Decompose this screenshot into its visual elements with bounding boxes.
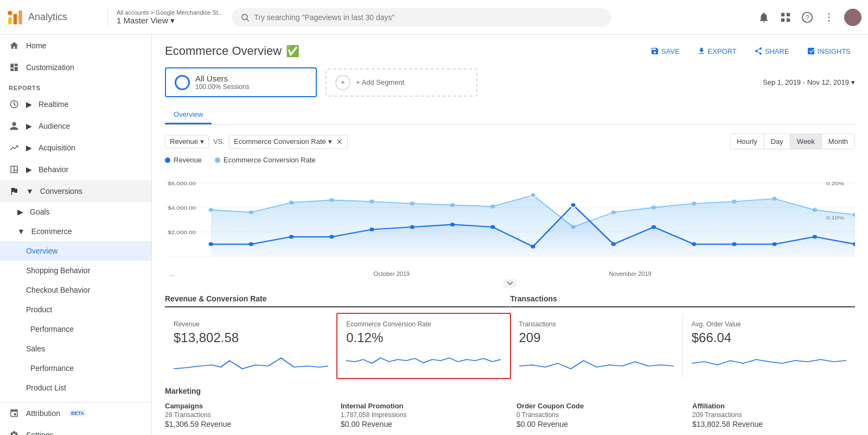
save-button[interactable]: SAVE [646, 43, 684, 59]
sidebar-item-home[interactable]: Home [0, 35, 151, 56]
transactions-section: Transactions Transactions 209 Avg. Order… [510, 294, 856, 378]
all-users-segment[interactable]: All Users 100.00% Sessions [165, 67, 317, 97]
svg-text:$6,000.00: $6,000.00 [168, 180, 196, 186]
add-segment-button[interactable]: + + Add Segment [326, 68, 477, 97]
sidebar-item-checkout-behavior[interactable]: Checkout Behavior [0, 280, 151, 300]
svg-point-47 [450, 223, 455, 226]
nav-icons: ? [757, 9, 861, 26]
chart-expand [165, 279, 855, 288]
revenue-metrics-row: Revenue $13,802.58 Ecommerce Conversion … [165, 314, 510, 378]
export-button[interactable]: EXPORT [693, 43, 741, 59]
sidebar-item-product-performance[interactable]: Product [0, 300, 151, 319]
svg-point-35 [652, 205, 656, 209]
page-title: Ecommerce Overview [165, 44, 282, 58]
sidebar-item-sales-performance2[interactable]: Performance [0, 358, 151, 378]
chevron-down-icon: ▾ [200, 137, 204, 146]
search-bar[interactable] [232, 8, 611, 27]
grid-icon[interactable] [779, 11, 792, 24]
svg-point-53 [692, 242, 696, 246]
account-view-selector[interactable]: 1 Master View ▾ [117, 16, 223, 26]
customization-icon [9, 62, 20, 73]
svg-text:$2,000.00: $2,000.00 [168, 229, 196, 235]
sidebar-item-customization[interactable]: Customization [0, 56, 151, 78]
svg-rect-0 [8, 17, 11, 24]
sidebar-item-shopping-behavior[interactable]: Shopping Behavior [0, 261, 151, 280]
sidebar-item-product-performance2[interactable]: Performance [0, 319, 151, 339]
insights-icon [807, 47, 815, 55]
sidebar-item-ecommerce[interactable]: ▼ Ecommerce [0, 222, 151, 241]
page-header: Ecommerce Overview ✅ SAVE EXPORT SHARE [165, 43, 855, 59]
beta-badge: BETA [69, 410, 86, 417]
svg-rect-5 [781, 12, 784, 16]
date-range-selector[interactable]: Sep 1, 2019 - Nov 12, 2019 ▾ [763, 78, 855, 86]
sidebar-item-settings[interactable]: Settings [0, 424, 151, 435]
svg-point-13 [828, 20, 830, 22]
internal-promotion-col: Internal Promotion 1,787,058 Impressions… [341, 402, 503, 428]
svg-text:0.20%: 0.20% [826, 180, 844, 186]
sidebar-item-audience[interactable]: ▶ Audience [0, 115, 151, 137]
sidebar-item-acquisition[interactable]: ▶ Acquisition [0, 137, 151, 159]
sidebar-item-product-list[interactable]: Product List [0, 378, 151, 398]
segment-info: All Users 100.00% Sessions [195, 74, 249, 91]
time-btn-month[interactable]: Month [822, 134, 854, 149]
sidebar-item-attribution[interactable]: Attribution BETA [0, 402, 151, 424]
search-input[interactable] [254, 13, 603, 22]
svg-point-12 [828, 16, 830, 18]
svg-point-52 [652, 225, 656, 229]
insights-button[interactable]: INSIGHTS [802, 43, 855, 59]
sidebar-item-realtime[interactable]: ▶ Realtime [0, 93, 151, 115]
svg-point-3 [8, 11, 12, 15]
sidebar: Home Customization REPORTS ▶ Realtime ▶ … [0, 35, 152, 435]
svg-point-24 [209, 208, 213, 212]
chart-legend: Revenue Ecommerce Conversion Rate [165, 156, 855, 164]
sidebar-item-overview[interactable]: Overview [0, 241, 151, 261]
secondary-metric-select[interactable]: Ecommerce Conversion Rate ▾ ✕ [229, 135, 348, 149]
help-icon[interactable]: ? [801, 11, 814, 24]
svg-point-25 [249, 210, 253, 214]
conversion-dot [215, 157, 220, 163]
time-buttons: Hourly Day Week Month [730, 134, 855, 149]
user-avatar[interactable] [844, 9, 861, 26]
sidebar-item-conversions[interactable]: ▼ Conversions [0, 180, 151, 202]
marketing-header: Marketing [165, 387, 855, 395]
reports-label: REPORTS [0, 78, 151, 93]
segment-bar: All Users 100.00% Sessions + + Add Segme… [165, 67, 855, 97]
sidebar-item-sales-performance[interactable]: Sales [0, 339, 151, 358]
svg-point-32 [530, 193, 536, 198]
page-title-area: Ecommerce Overview ✅ [165, 44, 299, 58]
trending-up-icon [9, 142, 20, 153]
svg-point-44 [329, 235, 334, 238]
svg-point-34 [611, 210, 616, 214]
svg-point-36 [692, 201, 696, 205]
svg-rect-1 [14, 14, 17, 24]
analytics-logo-icon [7, 9, 24, 26]
primary-metric-select[interactable]: Revenue ▾ [165, 135, 209, 148]
more-vert-icon[interactable] [822, 11, 835, 24]
gear-icon [9, 430, 20, 435]
sidebar-item-behavior[interactable]: ▶ Behavior [0, 159, 151, 180]
tab-overview[interactable]: Overview [165, 106, 212, 124]
metrics-area: Revenue & Conversion Rate Revenue $13,80… [165, 294, 855, 378]
time-btn-day[interactable]: Day [764, 134, 790, 149]
notification-icon[interactable] [757, 11, 770, 24]
chevron-down-icon: ▾ [328, 137, 332, 146]
svg-point-11 [828, 13, 830, 15]
table-icon [9, 164, 20, 175]
svg-point-38 [772, 197, 776, 200]
export-icon [697, 47, 706, 55]
svg-point-45 [369, 228, 374, 231]
svg-rect-7 [781, 18, 784, 21]
account-path: All accounts > Google Merchandise St... [117, 9, 223, 16]
attribution-icon [9, 408, 20, 419]
svg-point-54 [732, 242, 736, 246]
time-btn-week[interactable]: Week [790, 134, 822, 149]
expand-chart-button[interactable] [503, 279, 516, 288]
time-btn-hourly[interactable]: Hourly [730, 134, 764, 149]
app-body: Home Customization REPORTS ▶ Realtime ▶ … [0, 35, 868, 435]
sidebar-item-goals[interactable]: ▶ Goals [0, 202, 151, 222]
transactions-section-header: Transactions [510, 294, 856, 307]
svg-point-31 [490, 205, 495, 209]
remove-secondary-metric[interactable]: ✕ [336, 137, 343, 146]
share-button[interactable]: SHARE [750, 43, 794, 59]
svg-point-50 [570, 203, 576, 207]
